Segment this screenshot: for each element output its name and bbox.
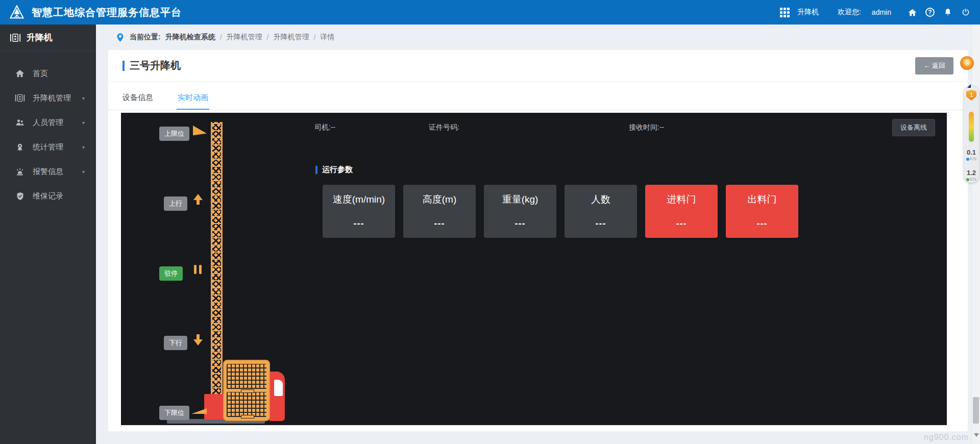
marker-lower-limit: 下限位 xyxy=(159,406,189,420)
watermark: ng900.com xyxy=(924,433,969,442)
plugin-flower-icon[interactable] xyxy=(960,56,974,70)
platform-title: 智慧工地综合管理服务信息平台 xyxy=(32,6,182,19)
section-title: 运行参数 xyxy=(322,165,353,175)
cage-mesh-upper xyxy=(227,364,266,389)
sidebar-item-home[interactable]: 首页 xyxy=(0,61,96,86)
breadcrumb-separator: / xyxy=(267,33,269,41)
sidebar-item-alarm-info[interactable]: 报警信息 ▾ xyxy=(0,159,96,184)
param-card-inlet-door: 进料门 --- xyxy=(645,185,718,238)
sidebar-item-label: 首页 xyxy=(33,69,48,79)
running-params-header: 运行参数 xyxy=(315,165,353,175)
page-title-row: 三号升降机 ← 返回 xyxy=(108,50,968,82)
title-accent-bar xyxy=(122,61,125,71)
page-title: 三号升降机 xyxy=(130,59,181,72)
platform-logo-icon xyxy=(8,4,26,21)
help-icon[interactable]: ? xyxy=(925,7,935,17)
param-value: --- xyxy=(645,218,718,229)
marker-label: 上限位 xyxy=(164,130,184,137)
chevron-down-icon: ▾ xyxy=(82,144,85,150)
location-pin-icon xyxy=(115,33,125,42)
tab-bar: 设备信息 实时动画 xyxy=(108,88,968,110)
shield-icon xyxy=(14,190,26,202)
arrow-up-icon xyxy=(193,194,203,206)
back-button[interactable]: ← 返回 xyxy=(915,57,953,75)
sidebar-item-label: 维保记录 xyxy=(33,191,63,201)
param-value: --- xyxy=(484,218,556,229)
chevron-down-icon: ▾ xyxy=(82,169,85,175)
page: 智慧工地综合管理服务信息平台 升降机 欢迎您: admin ? xyxy=(0,0,980,444)
param-label: 高度(m) xyxy=(403,193,476,206)
sidebar-item-statistics-management[interactable]: 统计管理 ▾ xyxy=(0,135,96,159)
username: admin xyxy=(872,8,891,16)
scrollbar-down-arrow[interactable] xyxy=(974,433,979,437)
sidebar-item-label: 统计管理 xyxy=(33,142,63,152)
pause-icon xyxy=(194,265,202,274)
arrow-down-icon xyxy=(193,333,203,346)
bell-icon[interactable] xyxy=(943,7,953,17)
tab-device-info[interactable]: 设备信息 xyxy=(121,88,154,110)
param-value: --- xyxy=(323,218,395,229)
tab-realtime-animation[interactable]: 实时动画 xyxy=(177,88,209,110)
welcome-label: 欢迎您: xyxy=(838,8,861,17)
power-icon[interactable] xyxy=(961,7,971,17)
lift-icon xyxy=(14,92,26,104)
device-offline-button[interactable]: 设备离线 xyxy=(892,119,935,136)
scrollbar-thumb[interactable] xyxy=(973,397,979,424)
cage-mesh-lower xyxy=(227,392,266,417)
marker-down: 下行 xyxy=(164,336,187,350)
receive-time-label: 接收时间: xyxy=(629,123,659,131)
sidebar-app-header: 升降机 xyxy=(0,24,96,51)
breadcrumb-prefix: 当前位置: xyxy=(130,33,161,42)
breadcrumb: 当前位置: 升降机检查系统 / 升降机管理 / 升降机管理 / 详情 xyxy=(96,24,980,50)
lift-icon xyxy=(9,32,21,43)
param-label: 速度(m/min) xyxy=(323,193,395,206)
param-card-speed: 速度(m/min) --- xyxy=(323,185,395,238)
certificate-label: 证件号码: xyxy=(429,123,459,131)
param-label: 进料门 xyxy=(645,193,718,206)
param-card-height: 高度(m) --- xyxy=(403,185,476,238)
driver-label: 司机: xyxy=(314,123,331,131)
sidebar-item-label: 人员管理 xyxy=(33,118,63,128)
marker-label: 下行 xyxy=(169,339,182,347)
home-icon xyxy=(14,68,26,79)
download-speed-value: 0.1 xyxy=(966,149,976,156)
mini-flag-icon xyxy=(967,84,971,88)
app-grid-icon[interactable] xyxy=(780,8,790,17)
network-speed-widget[interactable]: 1 0.1 K/s 1.2 K/s xyxy=(964,86,979,183)
breadcrumb-separator: / xyxy=(220,33,222,41)
marker-up: 上行 xyxy=(164,196,187,211)
breadcrumb-item[interactable]: 升降机管理 xyxy=(227,33,262,42)
param-cards: 速度(m/min) --- 高度(m) --- 重量(kg) --- 人数 --… xyxy=(323,185,798,238)
speed-gradient-bar[interactable] xyxy=(969,112,974,142)
sidebar-item-maintenance-records[interactable]: 维保记录 xyxy=(0,184,96,208)
sidebar-item-personnel-management[interactable]: 人员管理 ▾ xyxy=(0,110,96,135)
chevron-down-icon: ▾ xyxy=(82,120,85,126)
shield-badge-icon[interactable]: 1 xyxy=(966,90,976,101)
lift-cab-graphic xyxy=(269,372,285,421)
chevron-down-icon: ▾ xyxy=(82,95,85,101)
cage-latch xyxy=(241,415,254,418)
home-icon[interactable] xyxy=(907,7,917,17)
sidebar-item-label: 升降机管理 xyxy=(33,93,71,103)
driver-value: -- xyxy=(331,123,335,131)
marker-label: 下限位 xyxy=(164,409,184,416)
flag-icon xyxy=(193,126,207,136)
param-card-weight: 重量(kg) --- xyxy=(484,185,556,238)
sidebar: 升降机 首页 升降机管理 ▾ xyxy=(0,24,96,444)
breadcrumb-root[interactable]: 升降机检查系统 xyxy=(165,33,215,42)
breadcrumb-separator: / xyxy=(313,33,315,41)
receive-time-info: 接收时间:-- xyxy=(629,123,664,132)
download-speed: 0.1 K/s xyxy=(966,149,976,162)
certificate-info: 证件号码: xyxy=(429,123,459,132)
param-value: --- xyxy=(565,218,637,229)
siren-icon xyxy=(14,166,26,177)
param-label: 重量(kg) xyxy=(484,193,556,206)
sidebar-menu: 首页 升降机管理 ▾ xyxy=(0,51,96,208)
param-value: --- xyxy=(403,218,476,229)
sidebar-item-lift-management[interactable]: 升降机管理 ▾ xyxy=(0,86,96,110)
app-switcher-label[interactable]: 升降机 xyxy=(797,8,819,17)
download-dot-icon xyxy=(966,158,969,161)
breadcrumb-item[interactable]: 升降机管理 xyxy=(273,33,309,42)
upload-speed-value: 1.2 xyxy=(966,169,976,176)
content-card: 三号升降机 ← 返回 设备信息 实时动画 司机:-- 证件号码: 接收时间:--… xyxy=(108,50,968,431)
